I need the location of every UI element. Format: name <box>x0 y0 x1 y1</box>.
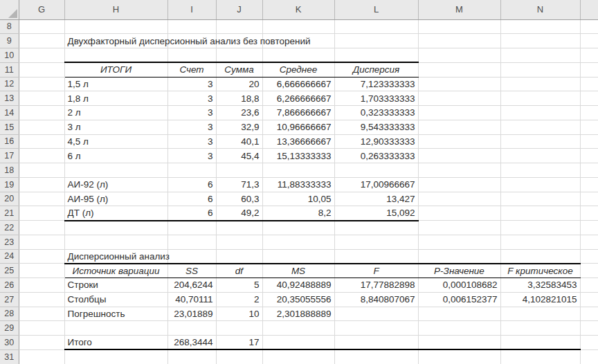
cell-M30[interactable] <box>418 336 500 350</box>
cell-G10[interactable] <box>19 48 64 63</box>
cell-L14[interactable]: 0,323333333 <box>334 106 418 120</box>
cell-G18[interactable] <box>19 163 64 178</box>
cell-N22[interactable] <box>500 221 580 235</box>
column-header-L[interactable]: L <box>334 0 418 19</box>
cell-J21[interactable]: 49,2 <box>216 206 262 221</box>
cell-N10[interactable] <box>500 48 580 63</box>
cell-I29[interactable] <box>167 321 216 336</box>
cell-N16[interactable] <box>500 134 580 149</box>
row-header-25[interactable]: 25 <box>0 264 19 278</box>
cell-O26[interactable] <box>580 278 598 293</box>
cell-G16[interactable] <box>19 134 64 149</box>
cell-N25[interactable]: F критическое <box>500 264 580 278</box>
cell-G17[interactable] <box>19 149 64 163</box>
cell-M19[interactable] <box>418 177 500 192</box>
cell-H11[interactable]: ИТОГИ <box>64 62 167 77</box>
cell-O18[interactable] <box>580 163 598 178</box>
row-header-24[interactable]: 24 <box>0 249 19 264</box>
cell-I30[interactable]: 268,3444 <box>167 336 216 350</box>
cell-H27[interactable]: Столбцы <box>64 292 167 307</box>
cell-G23[interactable] <box>19 235 64 249</box>
cell-I13[interactable]: 3 <box>167 91 216 106</box>
cell-L13[interactable]: 1,703333333 <box>334 91 418 106</box>
cell-J22[interactable] <box>216 221 262 235</box>
cell-O24[interactable] <box>580 249 598 264</box>
cell-G9[interactable] <box>19 34 64 48</box>
cell-I27[interactable]: 40,70111 <box>167 292 216 307</box>
cell-O10[interactable] <box>580 48 598 63</box>
row-header-27[interactable]: 27 <box>0 292 19 307</box>
cell-H19[interactable]: АИ-92 (л) <box>64 177 167 192</box>
cell-L12[interactable]: 7,123333333 <box>334 77 418 91</box>
cell-K10[interactable] <box>262 48 334 63</box>
cell-O30[interactable] <box>580 336 598 350</box>
cell-H25[interactable]: Источник вариации <box>64 264 167 278</box>
cell-M31[interactable] <box>418 349 500 364</box>
cell-L28[interactable] <box>334 307 418 321</box>
cell-G19[interactable] <box>19 177 64 192</box>
cell-M27[interactable]: 0,006152377 <box>418 292 500 307</box>
cell-L26[interactable]: 17,77882898 <box>334 278 418 293</box>
row-header-17[interactable]: 17 <box>0 149 19 163</box>
cell-O21[interactable] <box>580 206 598 221</box>
row-header-21[interactable]: 21 <box>0 206 19 221</box>
cell-O11[interactable] <box>580 62 598 77</box>
cell-G27[interactable] <box>19 292 64 307</box>
cell-K28[interactable]: 2,301888889 <box>262 307 334 321</box>
cell-N17[interactable] <box>500 149 580 163</box>
cell-I28[interactable]: 23,01889 <box>167 307 216 321</box>
cell-L27[interactable]: 8,840807067 <box>334 292 418 307</box>
cell-L23[interactable] <box>334 235 418 249</box>
cell-J12[interactable]: 20 <box>216 77 262 91</box>
cell-J18[interactable] <box>216 163 262 178</box>
cell-N27[interactable]: 4,102821015 <box>500 292 580 307</box>
cell-N11[interactable] <box>500 62 580 77</box>
cell-K19[interactable]: 11,88333333 <box>262 177 334 192</box>
cell-N14[interactable] <box>500 106 580 120</box>
row-header-30[interactable]: 30 <box>0 336 19 350</box>
cell-J10[interactable] <box>216 48 262 63</box>
cell-J30[interactable]: 17 <box>216 336 262 350</box>
cell-L15[interactable]: 9,543333333 <box>334 120 418 134</box>
cell-H30[interactable]: Итого <box>64 336 167 350</box>
cell-L9[interactable] <box>334 34 418 48</box>
cell-K26[interactable]: 40,92488889 <box>262 278 334 293</box>
cell-M13[interactable] <box>418 91 500 106</box>
row-header-29[interactable]: 29 <box>0 321 19 336</box>
cell-G30[interactable] <box>19 336 64 350</box>
cell-K13[interactable]: 6,266666667 <box>262 91 334 106</box>
cell-M24[interactable] <box>418 249 500 264</box>
cell-I12[interactable]: 3 <box>167 77 216 91</box>
column-header-M[interactable]: M <box>418 0 500 19</box>
cell-N9[interactable] <box>500 34 580 48</box>
cell-N13[interactable] <box>500 91 580 106</box>
cell-O12[interactable] <box>580 77 598 91</box>
cell-G8[interactable] <box>19 19 64 34</box>
cell-J16[interactable]: 40,1 <box>216 134 262 149</box>
row-header-18[interactable]: 18 <box>0 163 19 178</box>
cell-O14[interactable] <box>580 106 598 120</box>
cell-I15[interactable]: 3 <box>167 120 216 134</box>
cell-G29[interactable] <box>19 321 64 336</box>
cell-N28[interactable] <box>500 307 580 321</box>
row-header-10[interactable]: 10 <box>0 48 19 63</box>
select-all-corner[interactable] <box>0 0 19 19</box>
cell-K29[interactable] <box>262 321 334 336</box>
cell-H20[interactable]: АИ-95 (л) <box>64 192 167 206</box>
cell-M23[interactable] <box>418 235 500 249</box>
cell-H17[interactable]: 6 л <box>64 149 167 163</box>
row-header-12[interactable]: 12 <box>0 77 19 91</box>
row-header-11[interactable]: 11 <box>0 62 19 77</box>
cell-O29[interactable] <box>580 321 598 336</box>
cell-H21[interactable]: ДТ (л) <box>64 206 167 221</box>
cell-L29[interactable] <box>334 321 418 336</box>
cell-M8[interactable] <box>418 19 500 34</box>
cell-H16[interactable]: 4,5 л <box>64 134 167 149</box>
cell-H23[interactable] <box>64 235 167 249</box>
cell-I23[interactable] <box>167 235 216 249</box>
cell-K23[interactable] <box>262 235 334 249</box>
cell-J20[interactable]: 60,3 <box>216 192 262 206</box>
cell-N23[interactable] <box>500 235 580 249</box>
cell-L21[interactable]: 15,092 <box>334 206 418 221</box>
cell-N19[interactable] <box>500 177 580 192</box>
